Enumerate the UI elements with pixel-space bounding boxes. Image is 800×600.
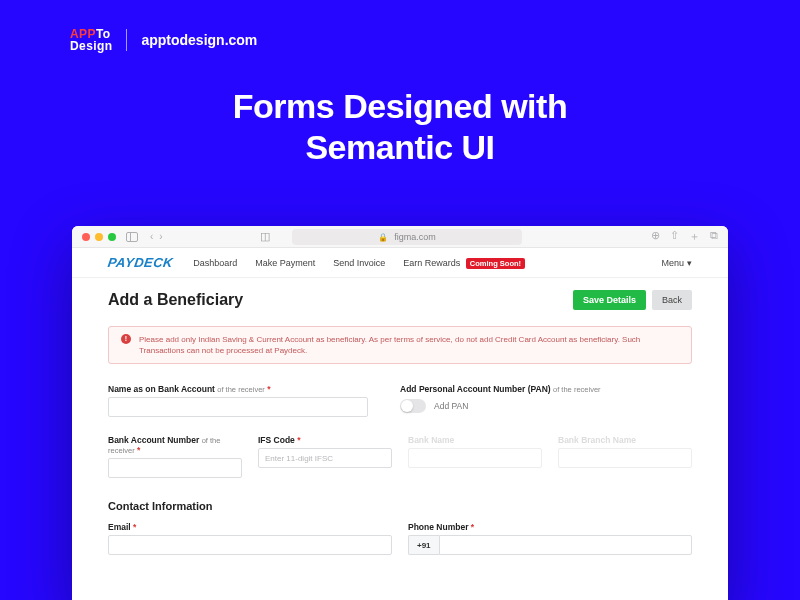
ifs-label: IFS Code * xyxy=(258,435,392,445)
close-icon[interactable] xyxy=(82,233,90,241)
traffic-lights xyxy=(82,233,116,241)
account-input[interactable] xyxy=(108,458,242,478)
divider xyxy=(126,29,127,51)
coming-soon-badge: Coming Soon! xyxy=(466,258,525,269)
back-icon[interactable]: ‹ xyxy=(150,231,153,242)
name-input[interactable] xyxy=(108,397,368,417)
logo-text-design: Design xyxy=(70,40,112,52)
nav-send-invoice[interactable]: Send Invoice xyxy=(333,258,385,268)
bank-branch-input xyxy=(558,448,692,468)
pan-toggle-label: Add PAN xyxy=(434,401,468,411)
domain-text: apptodesign.com xyxy=(141,32,257,48)
app-nav: PAYDECK Dashboard Make Payment Send Invo… xyxy=(72,248,728,278)
nav-make-payment[interactable]: Make Payment xyxy=(255,258,315,268)
warning-alert: ! Please add only Indian Saving & Curren… xyxy=(108,326,692,364)
tabs-icon[interactable]: ⧉ xyxy=(710,229,718,244)
privacy-shield-icon[interactable]: ◫ xyxy=(260,230,270,243)
alert-icon: ! xyxy=(121,334,131,344)
download-icon[interactable]: ⊕ xyxy=(651,229,660,244)
pan-toggle[interactable] xyxy=(400,399,426,413)
pan-label: Add Personal Account Number (PAN) of the… xyxy=(400,384,692,394)
chevron-down-icon: ▾ xyxy=(687,258,692,268)
phone-label: Phone Number * xyxy=(408,522,692,532)
ifs-input[interactable] xyxy=(258,448,392,468)
bank-name-input xyxy=(408,448,542,468)
email-input[interactable] xyxy=(108,535,392,555)
browser-chrome: ‹ › ◫ 🔒 figma.com ⊕ ⇧ ＋ ⧉ xyxy=(72,226,728,248)
nav-menu-dropdown[interactable]: Menu ▾ xyxy=(661,258,692,268)
nav-earn-rewards[interactable]: Earn Rewards Coming Soon! xyxy=(403,258,525,268)
nav-earn-rewards-label: Earn Rewards xyxy=(403,258,460,268)
hero-title: Forms Designed with Semantic UI xyxy=(0,86,800,168)
maximize-icon[interactable] xyxy=(108,233,116,241)
bank-name-label: Bank Name xyxy=(408,435,542,445)
alert-message: Please add only Indian Saving & Current … xyxy=(139,334,679,356)
bank-branch-label: Bank Branch Name xyxy=(558,435,692,445)
hero-line2: Semantic UI xyxy=(305,128,494,166)
forward-icon[interactable]: › xyxy=(159,231,162,242)
new-tab-icon[interactable]: ＋ xyxy=(689,229,700,244)
browser-window: ‹ › ◫ 🔒 figma.com ⊕ ⇧ ＋ ⧉ PAYDECK Dashbo… xyxy=(72,226,728,600)
promo-header: APPTo Design apptodesign.com xyxy=(0,0,800,52)
nav-dashboard[interactable]: Dashboard xyxy=(193,258,237,268)
address-bar[interactable]: 🔒 figma.com xyxy=(292,229,522,245)
page-title: Add a Beneficiary xyxy=(108,291,243,309)
lock-icon: 🔒 xyxy=(378,233,388,242)
back-button[interactable]: Back xyxy=(652,290,692,310)
sidebar-toggle-icon[interactable] xyxy=(126,232,138,242)
apptodesign-logo: APPTo Design xyxy=(70,28,112,52)
minimize-icon[interactable] xyxy=(95,233,103,241)
contact-section-title: Contact Information xyxy=(108,500,692,512)
hero-line1: Forms Designed with xyxy=(233,87,567,125)
email-label: Email * xyxy=(108,522,392,532)
nav-menu-label: Menu xyxy=(661,258,684,268)
account-label: Bank Account Number of the receiver * xyxy=(108,435,242,455)
address-url: figma.com xyxy=(394,232,436,242)
name-label: Name as on Bank Account of the receiver … xyxy=(108,384,368,394)
paydeck-logo[interactable]: PAYDECK xyxy=(108,255,173,270)
save-details-button[interactable]: Save Details xyxy=(573,290,646,310)
phone-input[interactable] xyxy=(439,535,692,555)
phone-prefix: +91 xyxy=(408,535,439,555)
share-icon[interactable]: ⇧ xyxy=(670,229,679,244)
